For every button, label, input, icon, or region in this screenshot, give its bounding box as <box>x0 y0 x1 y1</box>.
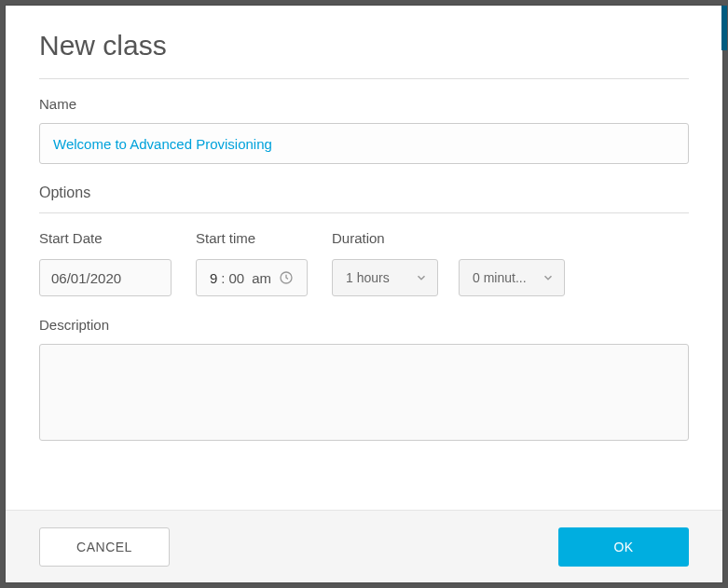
divider <box>39 78 689 79</box>
start-time-label: Start time <box>196 230 308 246</box>
duration-hours-select[interactable]: 1 hours <box>332 259 438 296</box>
options-row: Start Date Start time 9 : 00 am <box>39 230 689 296</box>
new-class-dialog: New class Name Options Start Date Start … <box>5 5 723 583</box>
dialog-title: New class <box>39 30 689 62</box>
start-time-input[interactable]: 9 : 00 am <box>196 259 308 296</box>
start-date-col: Start Date <box>39 230 172 296</box>
duration-col: Duration 1 hours 0 minut... <box>332 230 565 296</box>
description-textarea[interactable] <box>39 344 689 441</box>
name-input[interactable] <box>39 123 689 164</box>
start-time-minute: 00 <box>228 270 244 286</box>
ok-button[interactable]: OK <box>558 527 689 567</box>
start-date-input[interactable] <box>39 259 172 296</box>
start-time-hour: 9 <box>210 270 217 286</box>
clock-icon <box>279 270 294 285</box>
time-colon: : <box>219 270 227 286</box>
start-date-label: Start Date <box>39 230 172 246</box>
duration-minutes-select[interactable]: 0 minut... <box>459 259 565 296</box>
chevron-down-icon <box>542 271 555 284</box>
chevron-down-icon <box>415 271 428 284</box>
dialog-content: New class Name Options Start Date Start … <box>6 6 722 510</box>
description-label: Description <box>39 317 689 333</box>
cancel-button[interactable]: CANCEL <box>39 527 170 567</box>
duration-label: Duration <box>332 230 565 246</box>
duration-minutes-value: 0 minut... <box>473 270 527 285</box>
options-title: Options <box>39 185 689 201</box>
start-time-ampm: am <box>252 270 271 286</box>
start-time-col: Start time 9 : 00 am <box>196 230 308 296</box>
accent-strip <box>721 6 727 50</box>
duration-selects: 1 hours 0 minut... <box>332 259 565 296</box>
duration-hours-value: 1 hours <box>346 270 390 285</box>
dialog-footer: CANCEL OK <box>6 510 722 582</box>
name-label: Name <box>39 96 689 112</box>
divider <box>39 212 689 213</box>
